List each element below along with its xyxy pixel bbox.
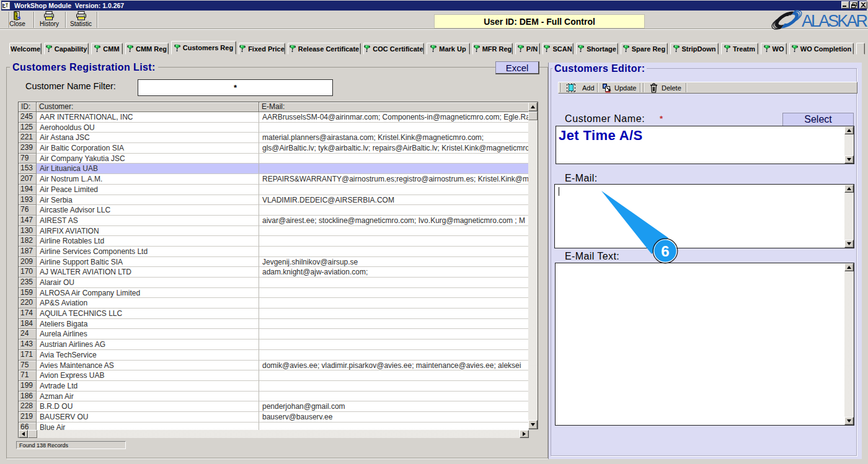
svg-text:ALASKAR: ALASKAR (802, 12, 868, 30)
svg-text:6: 6 (661, 243, 669, 260)
